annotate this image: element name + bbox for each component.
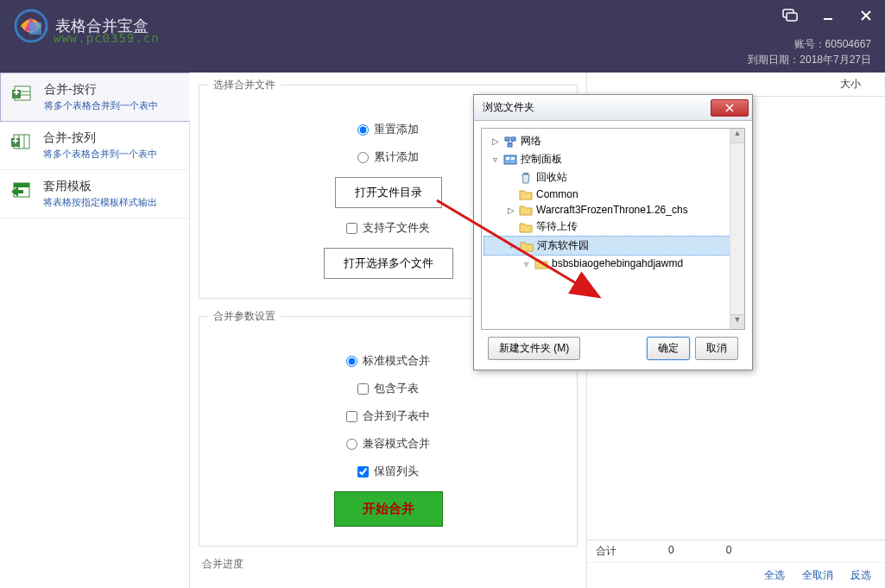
tree-item-label: 河东软件园 [537, 238, 589, 253]
expander-icon[interactable]: ▿ [522, 259, 531, 269]
tree-item[interactable]: ▷网络 [484, 132, 743, 150]
svg-rect-16 [14, 183, 29, 187]
dialog-titlebar[interactable]: 浏览文件夹 [474, 95, 752, 121]
new-folder-button[interactable]: 新建文件夹 (M) [488, 337, 580, 360]
control-icon [503, 154, 517, 166]
tree-item[interactable]: ▷Warcraft3FrozenThrone1.26_chs [484, 202, 743, 218]
selection-row: 全选 全取消 反选 [587, 563, 885, 588]
accum-add-label: 累计添加 [374, 149, 419, 165]
compat-mode-radio[interactable]: 兼容模式合并 [346, 436, 430, 452]
to-sub-check[interactable]: 合并到子表中 [346, 408, 430, 424]
expander-icon[interactable]: ▿ [490, 155, 500, 164]
tree-item-label: Common [536, 188, 578, 200]
expire-label: 到期日期： [748, 54, 800, 66]
keep-header-label: 保留列头 [374, 464, 419, 479]
tree-item[interactable]: ▿bsbsbiaogehebingahdjawmd [484, 256, 743, 271]
minimize-button[interactable] [819, 7, 837, 24]
total-value-1: 0 [668, 544, 674, 559]
watermark-url: www.pc0359.cn [54, 31, 160, 45]
svg-rect-19 [505, 137, 509, 141]
feedback-icon[interactable] [781, 7, 799, 24]
invert-link[interactable]: 反选 [850, 568, 871, 583]
support-sub-label: 支持子文件夹 [363, 220, 430, 236]
expander-icon[interactable]: ▿ [507, 241, 516, 250]
sidebar-item-desc: 将多个表格合并到一个表中 [43, 148, 179, 161]
svg-rect-20 [511, 137, 515, 141]
reset-add-radio[interactable]: 重置添加 [357, 122, 419, 137]
dialog-title: 浏览文件夹 [483, 100, 534, 115]
deselect-all-link[interactable]: 全取消 [802, 568, 833, 583]
col-size: 大小 [816, 77, 885, 92]
std-mode-radio[interactable]: 标准模式合并 [346, 353, 430, 369]
tree-item-label: Warcraft3FrozenThrone1.26_chs [536, 204, 688, 216]
open-multi-button[interactable]: 打开选择多个文件 [324, 248, 453, 279]
file-list-footer: 合计 0 0 全选 全取消 反选 [587, 540, 885, 588]
ok-button[interactable]: 确定 [647, 337, 690, 360]
merge-cols-icon [10, 130, 35, 155]
inc-sub-check[interactable]: 包含子表 [357, 381, 419, 396]
titlebar: 表格合并宝盒 www.pc0359.cn 账号：60504667 到期日期：20… [0, 0, 885, 73]
cancel-button[interactable]: 取消 [695, 337, 738, 360]
folder-icon [534, 257, 548, 269]
tree-item[interactable]: ▿河东软件园 [484, 236, 743, 256]
merge-rows-icon [11, 82, 35, 106]
tree-item-label: 等待上传 [536, 219, 578, 234]
tree-item[interactable]: ▿控制面板 [484, 150, 743, 168]
expander-icon[interactable] [506, 222, 515, 231]
tree-item[interactable]: 等待上传 [484, 218, 743, 236]
network-icon [503, 136, 517, 148]
app-logo-icon [14, 9, 48, 43]
start-merge-label: 开始合并 [363, 501, 414, 515]
expander-icon[interactable] [506, 173, 515, 182]
app-window: 表格合并宝盒 www.pc0359.cn 账号：60504667 到期日期：20… [0, 0, 885, 588]
support-sub-check[interactable]: 支持子文件夹 [346, 220, 430, 236]
select-all-link[interactable]: 全选 [764, 568, 785, 583]
total-value-2: 0 [726, 544, 732, 559]
dialog-close-button[interactable] [711, 99, 749, 117]
keep-header-check[interactable]: 保留列头 [357, 464, 419, 479]
expander-icon[interactable]: ▷ [490, 136, 500, 146]
folder-icon [519, 204, 533, 216]
dialog-body: ▷网络▿控制面板回收站Common▷Warcraft3FrozenThrone1… [474, 121, 752, 367]
expander-icon[interactable] [506, 190, 515, 199]
tree-item-label: 回收站 [536, 170, 567, 185]
account-number: 60504667 [825, 38, 871, 50]
svg-rect-27 [523, 173, 528, 174]
tree-item-label: 网络 [521, 134, 541, 149]
folder-tree[interactable]: ▷网络▿控制面板回收站Common▷Warcraft3FrozenThrone1… [481, 128, 745, 330]
tree-item[interactable]: 回收站 [484, 168, 743, 187]
tree-scrollbar[interactable]: ▲ ▼ [730, 129, 744, 329]
sidebar-item-template[interactable]: 套用模板 将表格按指定模板样式输出 [0, 170, 189, 218]
sidebar-item-desc: 将多个表格合并到一个表中 [44, 99, 179, 112]
expander-icon[interactable]: ▷ [506, 205, 515, 215]
sidebar-item-merge-cols[interactable]: 合并-按列 将多个表格合并到一个表中 [0, 122, 189, 170]
start-merge-button[interactable]: 开始合并 [334, 491, 443, 527]
folder-icon [519, 188, 533, 200]
account-label: 账号： [794, 38, 825, 50]
sidebar: 合并-按行 将多个表格合并到一个表中 合并-按列 将多个表格合并到一个表中 [0, 73, 190, 588]
std-mode-label: 标准模式合并 [363, 353, 430, 369]
sidebar-item-merge-rows[interactable]: 合并-按行 将多个表格合并到一个表中 [0, 73, 190, 122]
svg-rect-3 [787, 13, 797, 21]
folder-icon [519, 221, 533, 233]
tree-item[interactable]: Common [484, 187, 743, 202]
sidebar-item-title: 套用模板 [43, 179, 179, 194]
sidebar-text: 合并-按列 将多个表格合并到一个表中 [43, 130, 179, 161]
expire-date: 2018年7月27日 [800, 54, 871, 66]
progress-label: 合并进度 [190, 552, 586, 577]
svg-rect-1 [29, 22, 41, 35]
account-info: 账号：60504667 到期日期：2018年7月27日 [748, 36, 871, 67]
browse-folder-dialog: 浏览文件夹 ▷网络▿控制面板回收站Common▷Warcraft3FrozenT… [473, 94, 753, 370]
total-row: 合计 0 0 [587, 541, 885, 563]
open-dir-button[interactable]: 打开文件目录 [335, 177, 442, 208]
accum-add-radio[interactable]: 累计添加 [357, 149, 419, 165]
close-button[interactable] [857, 7, 875, 24]
total-label: 合计 [596, 544, 616, 559]
file-list-header: 大小 [587, 73, 885, 97]
reset-add-label: 重置添加 [374, 122, 419, 137]
sidebar-item-title: 合并-按行 [44, 82, 179, 98]
inc-sub-label: 包含子表 [374, 381, 419, 396]
svg-rect-26 [511, 157, 515, 160]
template-icon [10, 179, 35, 203]
tree-item-label: bsbsbiaogehebingahdjawmd [552, 257, 683, 269]
